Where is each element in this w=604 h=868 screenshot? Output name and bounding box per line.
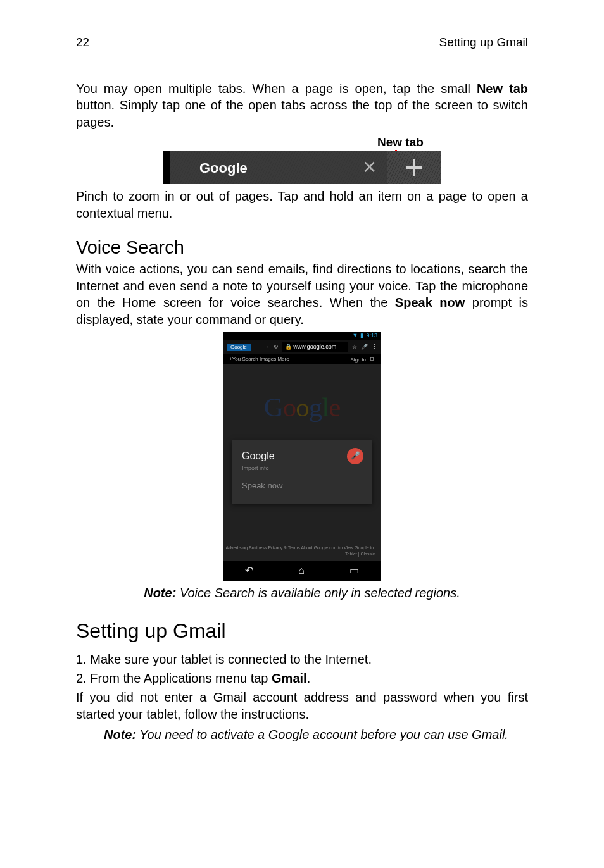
note-text: You need to activate a Google account be…: [136, 728, 508, 741]
gmail-step-2: 2. From the Applications menu tap Gmail.: [76, 670, 528, 686]
speak-now-label: Speak now: [242, 480, 362, 491]
topbar-links[interactable]: +You Search Images More: [229, 356, 289, 363]
signin-link[interactable]: Sign in: [351, 357, 366, 363]
page-header: 22 Setting up Gmail: [76, 34, 528, 50]
microphone-icon[interactable]: 🎤: [347, 448, 363, 464]
url-field[interactable]: 🔒 www.google.com: [282, 342, 348, 352]
voice-paragraph: With voice actions, you can send emails,…: [76, 261, 528, 328]
intro-text-post: button. Simply tap one of the open tabs …: [76, 98, 528, 128]
tab-chip[interactable]: Google: [227, 344, 251, 352]
page-footer-links[interactable]: Advertising Business Privacy & Terms Abo…: [223, 545, 381, 556]
recent-nav-icon[interactable]: ▭: [349, 564, 359, 577]
gmail-heading: Setting up Gmail: [76, 617, 528, 644]
forward-icon[interactable]: →: [264, 344, 270, 351]
intro-text: You may open multiple tabs. When a page …: [76, 82, 477, 96]
voice-search-heading: Voice Search: [76, 235, 528, 259]
lock-icon: 🔒: [285, 344, 292, 350]
speak-now-screenshot: ▼ ▮ 9:13 Google ← → ↻ 🔒 www.google.com ☆…: [223, 332, 381, 581]
newtab-callout-label: New tab: [377, 135, 424, 149]
active-tab[interactable]: Google ✕: [170, 151, 387, 184]
google-topbar: +You Search Images More Sign in ⚙: [223, 354, 381, 364]
plus-icon: [413, 159, 415, 176]
newtab-illustration: New tab Google ✕: [76, 134, 528, 184]
reload-icon[interactable]: ↻: [274, 344, 279, 351]
star-icon[interactable]: ☆: [352, 344, 357, 351]
status-time: 9:13: [366, 332, 377, 340]
status-bar: ▼ ▮ 9:13: [223, 332, 381, 340]
battery-icon: ▮: [360, 332, 363, 340]
tabstrip-edge: [163, 151, 170, 184]
speak-now-term: Speak now: [395, 295, 465, 309]
gear-icon[interactable]: ⚙: [367, 356, 375, 363]
note-text: Voice Search is available only in select…: [176, 586, 460, 600]
back-icon[interactable]: ←: [255, 344, 260, 351]
android-navbar: ↶ ⌂ ▭: [223, 561, 381, 581]
page-body: Google 🎤 Google Import info Speak now Ad…: [223, 364, 381, 561]
page-number: 22: [76, 34, 89, 50]
browser-tabstrip: Google ✕: [163, 151, 441, 184]
voice-note: Note: Voice Search is available only in …: [76, 585, 528, 601]
pinch-paragraph: Pinch to zoom in or out of pages. Tap an…: [76, 188, 528, 221]
gmail-paragraph: If you did not enter a Gmail account add…: [76, 689, 528, 722]
intro-paragraph: You may open multiple tabs. When a page …: [76, 80, 528, 130]
mic-icon[interactable]: 🎤: [361, 344, 368, 351]
note-label: Note:: [104, 728, 136, 741]
url-bar[interactable]: Google ← → ↻ 🔒 www.google.com ☆ 🎤 ⋮: [223, 340, 381, 354]
note-label: Note:: [144, 586, 176, 600]
gmail-term: Gmail: [272, 671, 307, 685]
new-tab-button[interactable]: [387, 151, 441, 184]
gmail-step-1: 1. Make sure your tablet is connected to…: [76, 651, 528, 667]
home-nav-icon[interactable]: ⌂: [298, 564, 305, 577]
card-subtitle: Import info: [242, 465, 362, 473]
running-head: Setting up Gmail: [439, 34, 528, 50]
card-title: Google: [242, 449, 362, 462]
gmail-note: Note: You need to activate a Google acco…: [104, 726, 528, 743]
voice-prompt-card: 🎤 Google Import info Speak now: [232, 440, 372, 504]
wifi-icon: ▼: [353, 332, 358, 340]
back-nav-icon[interactable]: ↶: [245, 564, 253, 577]
menu-icon[interactable]: ⋮: [372, 344, 377, 351]
new-tab-term: New tab: [477, 82, 528, 96]
